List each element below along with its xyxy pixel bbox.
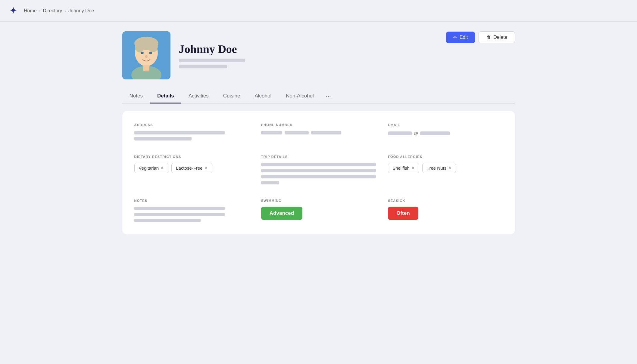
allergies-section: FOOD ALLERGIES Shellfish ✕ Tree Nuts ✕ bbox=[388, 155, 503, 184]
address-content bbox=[134, 131, 249, 140]
svg-point-7 bbox=[145, 55, 148, 58]
svg-point-6 bbox=[149, 52, 152, 54]
delete-icon: 🗑 bbox=[486, 35, 491, 40]
tag-vegetarian: Vegitarian ✕ bbox=[134, 163, 169, 173]
swimming-value: Advanced bbox=[261, 207, 302, 220]
address-label: ADDRESS bbox=[134, 123, 249, 127]
tab-details[interactable]: Details bbox=[150, 89, 181, 103]
email-content: @ bbox=[388, 131, 503, 136]
profile-skeleton-lines bbox=[179, 59, 245, 68]
swimming-badge: Advanced bbox=[261, 207, 376, 220]
notes-skeleton-2 bbox=[134, 213, 225, 216]
svg-point-5 bbox=[141, 52, 144, 54]
delete-label: Delete bbox=[493, 35, 507, 40]
phone-section: PHONE NUMBER bbox=[261, 123, 376, 140]
trip-section: TRIP DETAILS bbox=[261, 155, 376, 184]
phone-label: PHONE NUMBER bbox=[261, 123, 376, 127]
tab-cuisine[interactable]: Cuisine bbox=[216, 89, 248, 103]
notes-skeleton-1 bbox=[134, 207, 225, 210]
tag-lactose-free-remove[interactable]: ✕ bbox=[205, 166, 208, 170]
breadcrumb-home[interactable]: Home bbox=[24, 8, 37, 14]
seasick-value: Often bbox=[388, 207, 418, 220]
seasick-label: SEASICK bbox=[388, 199, 503, 202]
tabs: Notes Details Activities Cuisine Alcohol… bbox=[122, 89, 515, 104]
logo-icon[interactable]: ✦ bbox=[10, 6, 17, 16]
tag-shellfish: Shellfish ✕ bbox=[388, 163, 419, 173]
tab-non-alcohol[interactable]: Non-Alcohol bbox=[279, 89, 321, 103]
edit-label: Edit bbox=[460, 35, 468, 40]
allergies-tags: Shellfish ✕ Tree Nuts ✕ bbox=[388, 163, 503, 173]
trip-content bbox=[261, 163, 376, 184]
address-section: ADDRESS bbox=[134, 123, 249, 140]
notes-content bbox=[134, 207, 249, 222]
svg-point-3 bbox=[135, 40, 145, 52]
action-buttons: ✏ Edit 🗑 Delete bbox=[446, 31, 515, 43]
seasick-section: SEASICK Often bbox=[388, 199, 503, 222]
tag-tree-nuts: Tree Nuts ✕ bbox=[422, 163, 456, 173]
address-skeleton-2 bbox=[134, 137, 192, 140]
phone-row bbox=[261, 131, 376, 134]
skeleton-line-1 bbox=[179, 59, 245, 62]
tag-tree-nuts-label: Tree Nuts bbox=[427, 165, 446, 171]
phone-skeleton-1 bbox=[261, 131, 282, 134]
profile-header: Johnny Doe ✏ Edit 🗑 Delete bbox=[122, 31, 515, 79]
chevron-icon-2: › bbox=[64, 8, 66, 13]
profile-name: Johnny Doe bbox=[179, 42, 245, 56]
avatar bbox=[122, 31, 170, 79]
content-card: ADDRESS PHONE NUMBER bbox=[122, 111, 515, 234]
trip-skeleton-2 bbox=[261, 169, 376, 172]
chevron-icon-1: › bbox=[39, 8, 41, 13]
more-tabs-icon[interactable]: ··· bbox=[321, 89, 336, 103]
profile-left: Johnny Doe bbox=[122, 31, 245, 79]
trip-skeleton-3 bbox=[261, 175, 376, 178]
breadcrumb-current: Johnny Doe bbox=[68, 8, 94, 14]
tag-shellfish-remove[interactable]: ✕ bbox=[411, 166, 415, 170]
phone-skeleton-3 bbox=[311, 131, 341, 134]
swimming-label: SWIMMING bbox=[261, 199, 376, 202]
email-section: EMAIL @ bbox=[388, 123, 503, 140]
trip-skeleton-1 bbox=[261, 163, 376, 166]
email-skeleton-2 bbox=[420, 131, 450, 135]
notes-skeleton-3 bbox=[134, 219, 201, 222]
at-symbol: @ bbox=[414, 131, 418, 136]
edit-icon: ✏ bbox=[453, 35, 457, 40]
tab-activities[interactable]: Activities bbox=[181, 89, 216, 103]
tab-alcohol[interactable]: Alcohol bbox=[247, 89, 279, 103]
section-grid: ADDRESS PHONE NUMBER bbox=[134, 123, 503, 222]
profile-info: Johnny Doe bbox=[179, 42, 245, 68]
allergies-label: FOOD ALLERGIES bbox=[388, 155, 503, 159]
breadcrumb-directory[interactable]: Directory bbox=[43, 8, 62, 14]
svg-point-4 bbox=[148, 40, 158, 52]
breadcrumb: Home › Directory › Johnny Doe bbox=[24, 8, 94, 14]
edit-button[interactable]: ✏ Edit bbox=[446, 32, 475, 43]
delete-button[interactable]: 🗑 Delete bbox=[479, 31, 515, 43]
notes-label: NOTES bbox=[134, 199, 249, 202]
dietary-tags: Vegitarian ✕ Lactose-Free ✕ bbox=[134, 163, 249, 173]
trip-label: TRIP DETAILS bbox=[261, 155, 376, 159]
dietary-section: DIETARY RESTRICTIONS Vegitarian ✕ Lactos… bbox=[134, 155, 249, 184]
tag-lactose-free: Lactose-Free ✕ bbox=[171, 163, 212, 173]
svg-rect-9 bbox=[143, 65, 149, 71]
tag-vegetarian-remove[interactable]: ✕ bbox=[161, 166, 164, 170]
topbar: ✦ Home › Directory › Johnny Doe bbox=[0, 0, 637, 22]
phone-skeleton-2 bbox=[285, 131, 309, 134]
dietary-label: DIETARY RESTRICTIONS bbox=[134, 155, 249, 159]
email-skeleton-1 bbox=[388, 131, 412, 135]
address-skeleton-1 bbox=[134, 131, 225, 134]
tag-tree-nuts-remove[interactable]: ✕ bbox=[448, 166, 451, 170]
skeleton-line-2 bbox=[179, 65, 227, 68]
tag-lactose-free-label: Lactose-Free bbox=[176, 165, 202, 171]
phone-content bbox=[261, 131, 376, 134]
swimming-section: SWIMMING Advanced bbox=[261, 199, 376, 222]
tag-shellfish-label: Shellfish bbox=[392, 165, 410, 171]
tag-vegetarian-label: Vegitarian bbox=[139, 165, 159, 171]
tab-notes[interactable]: Notes bbox=[122, 89, 150, 103]
main-content: Johnny Doe ✏ Edit 🗑 Delete Notes Details… bbox=[108, 22, 529, 244]
email-label: EMAIL bbox=[388, 123, 503, 127]
trip-skeleton-4 bbox=[261, 181, 279, 184]
seasick-badge: Often bbox=[388, 207, 503, 220]
notes-section: NOTES bbox=[134, 199, 249, 222]
email-row: @ bbox=[388, 131, 503, 136]
